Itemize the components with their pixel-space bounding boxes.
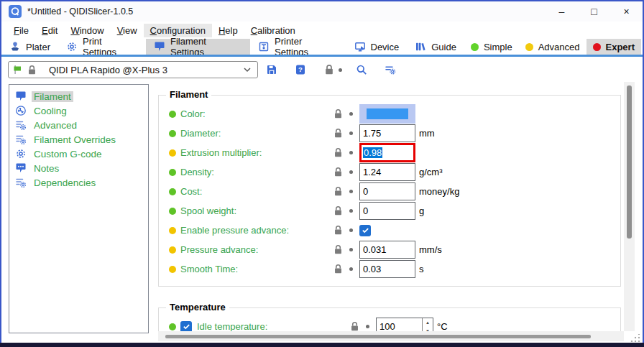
tab-device[interactable]: Device xyxy=(346,39,408,55)
menu-configuration[interactable]: Configuration xyxy=(144,24,212,37)
group-title: Temperature xyxy=(166,302,229,313)
menu-file[interactable]: File xyxy=(7,24,35,37)
lock-icon[interactable] xyxy=(334,128,343,139)
sidebar-item-cooling[interactable]: Cooling xyxy=(15,103,148,118)
sidebar-item-filament-overrides[interactable]: Filament Overrides xyxy=(15,132,148,147)
tab-guide[interactable]: Guide xyxy=(407,39,464,55)
value-input[interactable]: 0.03 xyxy=(359,260,415,278)
sidebar-item-label: Filament xyxy=(32,91,73,102)
value-spinner-input[interactable]: 100▲▼ xyxy=(376,318,433,332)
unit-label: g/cm³ xyxy=(419,167,443,177)
lock-icon[interactable] xyxy=(334,147,343,158)
title-bar: *Untitled - QIDISlicer-1.0.5 – □ × xyxy=(1,1,643,22)
menu-window[interactable]: Window xyxy=(64,24,110,37)
tab-bar: PlaterPrint SettingsFilament SettingsPri… xyxy=(1,39,643,55)
preset-dropdown[interactable]: QIDI PLA Rapido @X-Plus 3 xyxy=(8,61,258,78)
lock-icon[interactable] xyxy=(334,167,343,177)
mode-dot-icon xyxy=(593,43,601,51)
option-dot xyxy=(349,228,353,232)
option-dot xyxy=(339,68,342,72)
tab-print-settings[interactable]: Print Settings xyxy=(58,39,146,55)
save-button[interactable] xyxy=(262,60,281,79)
tab-printer-settings[interactable]: Printer Settings xyxy=(250,39,346,55)
sidebar-item-label: Filament Overrides xyxy=(32,134,118,145)
preset-lock-icon xyxy=(27,65,37,75)
window-title: *Untitled - QIDISlicer-1.0.5 xyxy=(27,6,133,17)
mode-advanced[interactable]: Advanced xyxy=(519,39,586,55)
option-dot xyxy=(366,325,369,328)
setting-row: Enable pressure advance: xyxy=(169,221,620,240)
option-dot xyxy=(349,112,353,116)
lock-icon[interactable] xyxy=(334,205,343,216)
help-icon: ? xyxy=(295,64,306,75)
settings-tabs: PlaterPrint SettingsFilament SettingsPri… xyxy=(1,39,464,55)
horizontal-scrollbar-thumb[interactable] xyxy=(165,335,591,338)
setting-label: Spool weight: xyxy=(180,205,334,216)
mode-expert[interactable]: Expert xyxy=(586,39,641,55)
settings-category-list: FilamentCoolingAdvancedFilament Override… xyxy=(9,84,149,333)
resize-grip[interactable] xyxy=(630,334,640,343)
setting-label: Pressure advance: xyxy=(180,244,334,255)
value-checkbox[interactable] xyxy=(359,225,371,236)
setting-label: Enable pressure advance: xyxy=(180,225,334,236)
menu-edit[interactable]: Edit xyxy=(35,24,64,37)
vertical-scrollbar[interactable] xyxy=(624,82,635,331)
guide-icon xyxy=(415,41,426,52)
maximize-button[interactable]: □ xyxy=(578,1,610,22)
sidebar-item-filament[interactable]: Filament xyxy=(15,89,148,103)
mode-label: Advanced xyxy=(538,42,580,52)
help-button[interactable]: ? xyxy=(291,60,310,79)
chevron-down-icon[interactable] xyxy=(242,64,253,75)
unit-label: mm/s xyxy=(419,244,442,255)
menu-calibration[interactable]: Calibration xyxy=(244,24,302,37)
value-input[interactable]: 0.031 xyxy=(359,241,415,259)
value-input[interactable]: 1.24 xyxy=(359,163,415,181)
unit-label: mm xyxy=(419,128,435,139)
compare-settings-button[interactable] xyxy=(381,60,400,79)
lock-icon[interactable] xyxy=(350,321,359,331)
menu-help[interactable]: Help xyxy=(212,24,244,37)
lock-icon[interactable] xyxy=(334,264,343,274)
lock-button[interactable] xyxy=(320,60,339,79)
value-input[interactable]: 0 xyxy=(359,202,415,220)
setting-label: Idle temperature: xyxy=(197,321,350,331)
minimize-button[interactable]: – xyxy=(546,1,578,22)
search-button[interactable] xyxy=(352,60,371,79)
horizontal-scrollbar[interactable] xyxy=(158,331,624,341)
sidebar-item-label: Cooling xyxy=(32,106,69,116)
value-input[interactable]: 0 xyxy=(359,182,415,200)
printer-icon xyxy=(258,41,270,52)
color-swatch-button[interactable] xyxy=(359,104,415,124)
lock-icon[interactable] xyxy=(334,225,343,236)
setting-label: Density: xyxy=(180,167,334,177)
option-dot xyxy=(349,131,353,135)
sidebar-item-notes[interactable]: Notes xyxy=(15,161,148,175)
setting-label: Extrusion multiplier: xyxy=(180,147,334,158)
sidebar-item-advanced[interactable]: Advanced xyxy=(15,118,148,132)
vertical-scrollbar-thumb[interactable] xyxy=(627,85,632,239)
preset-toolbar: QIDI PLA Rapido @X-Plus 3 ? xyxy=(1,57,643,82)
filament-icon xyxy=(154,41,165,52)
sidebar-item-custom-g-code[interactable]: Custom G-code xyxy=(15,147,148,161)
spinner-buttons: ▲▼ xyxy=(422,318,433,332)
sidebar-item-dependencies[interactable]: Dependencies xyxy=(15,175,148,190)
mode-simple[interactable]: Simple xyxy=(464,39,519,55)
tab-label: Guide xyxy=(431,42,456,52)
spin-up-button[interactable]: ▲ xyxy=(423,318,433,327)
yellow-status-dot xyxy=(169,266,176,273)
tab-filament-settings[interactable]: Filament Settings xyxy=(146,39,250,55)
tab-plater[interactable]: Plater xyxy=(1,39,58,55)
mode-label: Expert xyxy=(606,42,635,52)
value-input[interactable]: 1.75 xyxy=(359,124,415,142)
lock-icon[interactable] xyxy=(334,186,343,197)
enable-checkbox[interactable] xyxy=(180,321,192,332)
setting-label: Cost: xyxy=(180,186,334,197)
setting-row: Spool weight:0g xyxy=(169,201,620,221)
yellow-status-dot xyxy=(169,246,176,254)
lock-icon[interactable] xyxy=(334,108,343,119)
app-window: *Untitled - QIDISlicer-1.0.5 – □ × FileE… xyxy=(0,0,644,347)
value-input[interactable]: 0.98 xyxy=(359,143,415,162)
lock-icon[interactable] xyxy=(334,244,343,255)
menu-view[interactable]: View xyxy=(111,24,144,37)
close-button[interactable]: × xyxy=(610,1,643,22)
